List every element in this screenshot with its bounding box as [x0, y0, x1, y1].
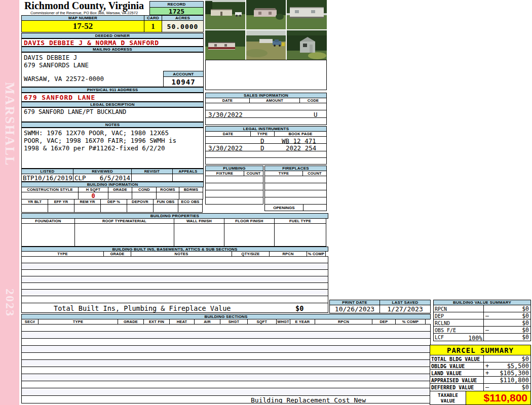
bvs-obs-label: OBS F/E	[433, 326, 484, 334]
ps-totalbldg-value: $0	[483, 355, 531, 362]
sales-row-empty	[205, 117, 327, 125]
bvs-lcf-value: $0	[483, 333, 531, 341]
bvs-value: $0	[522, 319, 529, 327]
mailing-line-3: WARSAW, VA 22572-0000	[24, 75, 104, 83]
plumbing-row-empty	[205, 197, 263, 205]
property-photo-3[interactable]	[287, 0, 327, 29]
commissioner-subtitle: Commissioner of the Revenue, PO Box 366,…	[21, 11, 147, 15]
bvs-dep-label: DEP	[433, 312, 484, 319]
built-ins-total-row: Total Built Ins, Plumbing & Fireplace Va…	[21, 303, 328, 313]
fireplace-row-empty	[264, 190, 327, 197]
taxable-value: $110,800	[466, 391, 531, 405]
plumbing-row-empty	[205, 190, 263, 197]
last-saved-value: 1/27/2023	[379, 305, 431, 313]
property-photo-1[interactable]	[205, 0, 245, 29]
sale-code: U	[314, 111, 318, 118]
legal-instrument-row-empty	[205, 151, 327, 158]
bvs-op: –	[485, 327, 489, 334]
acres-value: 50.0000	[162, 20, 204, 32]
bs-empty-row	[21, 388, 431, 396]
record-value: 1725	[149, 7, 204, 15]
physical-address-label: PHYSICAL 911 ADDRESS	[21, 87, 204, 93]
property-photo-4[interactable]	[205, 30, 245, 60]
bs-empty-row	[21, 345, 431, 353]
bs-empty-row	[21, 374, 431, 381]
li-type-2: D	[260, 144, 264, 151]
bvs-lcf-text: LCF	[435, 335, 444, 340]
bdrms-value	[179, 192, 203, 199]
grade-value	[108, 192, 132, 199]
bvs-value: $0	[522, 327, 529, 334]
ps-value: $0	[522, 384, 529, 391]
taxable-value-label: TAXABLE VALUE	[430, 391, 466, 405]
mailing-line-1: DAVIS DEBBIE J	[24, 54, 201, 61]
sidebar-strip	[0, 0, 19, 405]
bvs-dep-value: – $0	[483, 312, 531, 319]
bvs-rpcn-label: RPCN	[433, 305, 484, 312]
map-number-value: 17-52	[21, 20, 144, 32]
notes-label: NOTES	[21, 122, 204, 128]
fireplace-row-empty	[264, 197, 327, 205]
bs-empty-row	[21, 367, 431, 374]
property-photo-6[interactable]	[287, 30, 327, 60]
ps-totalbldg-label: TOTAL BLDG VALUE	[430, 355, 484, 362]
li-book-2: 2022 254	[286, 144, 316, 151]
bvs-lcf-pct: 100%	[468, 335, 482, 340]
bs-empty-row	[21, 324, 431, 332]
property-photo-5[interactable]	[246, 30, 286, 60]
ps-deferred-value: – $0	[483, 383, 531, 391]
sale-date: 3/30/2022	[208, 111, 243, 118]
appeals-value	[172, 174, 204, 182]
plumbing-row-empty	[205, 176, 263, 183]
print-date-value: 10/26/2023	[329, 305, 380, 313]
ps-value: $5,500	[507, 362, 529, 370]
listed-date: 10/16/2019	[34, 174, 72, 182]
listed-value: BTP 10/16/2019	[21, 174, 73, 182]
ps-deferred-label: DEFERRED VALUE	[430, 383, 484, 391]
bi-empty-row	[21, 296, 328, 303]
built-ins-total-label: Total Built Ins, Plumbing & Fireplace Va…	[54, 304, 231, 312]
replacement-cost-note: Building Replacement Cost New	[251, 396, 366, 403]
bs-empty-row	[21, 359, 431, 367]
openings-label: OPENINGS	[264, 204, 303, 211]
legal-instrument-row-empty	[205, 157, 327, 165]
property-record-card: MARSHALL 2023 Richmond County, Virginia …	[0, 0, 532, 405]
bvs-rclnd-label: RCLND	[433, 319, 484, 327]
bi-empty-row	[21, 263, 328, 270]
ps-appraised-label: APPRAISED VALUE	[430, 376, 484, 384]
legal-instrument-row: D WB 12 471	[205, 136, 327, 144]
ps-op: +	[485, 370, 489, 377]
openings-value	[303, 204, 327, 211]
legal-description-value: 679 SANFORD LANE/PT BUCKLAND	[21, 107, 204, 122]
account-value: 10947	[163, 76, 204, 87]
bs-empty-row	[21, 352, 431, 360]
county-title: Richmond County, Virginia	[21, 1, 147, 11]
bs-empty-row	[21, 381, 431, 388]
property-photo-2[interactable]	[246, 0, 286, 29]
ps-op: –	[485, 384, 489, 391]
title-block: Richmond County, Virginia Commissioner o…	[21, 1, 147, 15]
bvs-lcf-label: LCF 100%	[433, 333, 484, 341]
year-watermark: 2023	[3, 289, 17, 329]
bi-empty-row	[21, 276, 328, 283]
ps-obldg-value: + $5,500	[483, 362, 531, 370]
bs-empty-row	[21, 338, 431, 346]
notes-line-3: 1998 & 16x70 per P#11262-fixed 6/2/20	[24, 144, 201, 152]
reviewed-value: CLP 6/5/2014	[73, 174, 132, 182]
physical-address-value: 679 SANFORD LANE	[21, 93, 204, 102]
fireplace-row-empty	[264, 176, 327, 183]
bvs-op: –	[485, 312, 489, 319]
sales-row: 3/30/2022 U	[205, 110, 327, 118]
property-photos	[205, 0, 327, 60]
bs-empty-row	[21, 331, 431, 339]
deeded-owner-value: DAVIS DEBBIE J & NORMA D SANFORD	[21, 38, 204, 47]
bi-empty-row	[21, 256, 328, 263]
reviewed-date: 6/5/2014	[100, 174, 130, 182]
listed-by: BTP	[23, 174, 34, 182]
marshall-watermark: MARSHALL	[2, 82, 17, 176]
ps-land-value: + $105,300	[483, 369, 531, 377]
legal-description-label: LEGAL DESCRIPTION	[21, 102, 204, 107]
sales-row-empty	[205, 103, 327, 110]
ps-value: $105,300	[500, 370, 529, 377]
bvs-value: $0	[522, 312, 529, 319]
